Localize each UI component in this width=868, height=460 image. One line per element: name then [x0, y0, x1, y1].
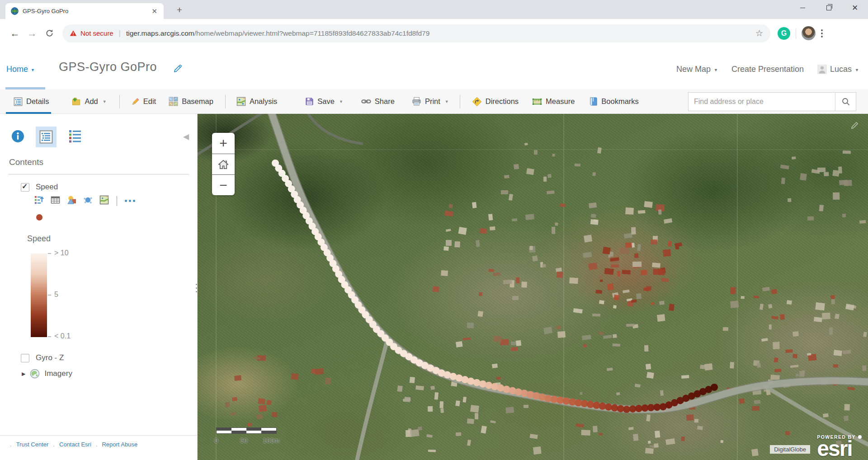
table-icon: [51, 195, 60, 205]
print-label: Print: [425, 97, 440, 106]
chevron-down-icon: ▼: [339, 99, 343, 104]
forward-button[interactable]: →: [24, 25, 41, 42]
browser-profile-avatar[interactable]: [802, 26, 816, 40]
map-viewport[interactable]: + − 0 50 100m DigitalGlobe POWERED BY es…: [198, 114, 868, 460]
user-name: Lucas: [830, 65, 852, 74]
analysis-button[interactable]: Analysis: [236, 97, 277, 106]
browser-tab[interactable]: GPS-Gyro GoPro ✕: [5, 3, 164, 19]
chevron-down-icon: ▼: [445, 99, 449, 104]
arcgis-globe-favicon-icon: [11, 7, 19, 15]
grammarly-extension-icon[interactable]: G: [778, 27, 790, 40]
map-buildings: [225, 143, 867, 456]
edit-button[interactable]: Edit: [131, 97, 156, 106]
tab-close-icon[interactable]: ✕: [151, 7, 158, 15]
more-options-button[interactable]: [125, 200, 135, 202]
directions-button[interactable]: Directions: [472, 97, 519, 107]
measure-button[interactable]: Measure: [532, 97, 575, 106]
reload-icon: [45, 29, 54, 38]
change-style-button[interactable]: [67, 195, 76, 207]
basemap-button[interactable]: Basemap: [169, 97, 213, 106]
create-presentation-label: Create Presentation: [731, 65, 804, 74]
search-input[interactable]: [689, 98, 835, 106]
layer-symbol-dot: [36, 214, 42, 221]
directions-icon: [472, 97, 482, 107]
user-menu[interactable]: Lucas ▼: [817, 65, 859, 74]
esri-brand-label: esri: [817, 440, 862, 458]
bookmark-star-icon[interactable]: ☆: [755, 28, 763, 38]
zoom-in-button[interactable]: +: [212, 133, 235, 154]
expand-arrow-icon[interactable]: ▶: [22, 371, 25, 377]
analysis-tile-icon: [99, 195, 109, 205]
new-map-menu[interactable]: New Map ▼: [676, 65, 718, 74]
home-menu[interactable]: Home ▼: [6, 65, 35, 74]
legend-label-mid: 5: [54, 291, 58, 299]
basemap-icon: [169, 97, 178, 106]
chevron-down-icon: ▼: [31, 68, 35, 72]
contact-esri-link[interactable]: Contact Esri: [59, 441, 91, 448]
trust-center-link[interactable]: Trust Center: [16, 441, 49, 448]
esri-logo-dot: [858, 435, 862, 439]
about-panel-button[interactable]: [12, 130, 24, 144]
create-presentation-button[interactable]: Create Presentation: [731, 65, 804, 74]
details-label: Details: [26, 97, 49, 106]
add-label: Add: [85, 97, 98, 106]
security-status[interactable]: Not secure: [80, 29, 113, 37]
window-minimize-button[interactable]: [789, 0, 816, 15]
show-table-button[interactable]: [51, 195, 60, 207]
save-label: Save: [317, 97, 335, 106]
legend-gradient: [31, 253, 47, 337]
add-layer-icon: [71, 97, 81, 106]
toolbar-separator: [225, 95, 226, 108]
print-button[interactable]: Print ▼: [412, 97, 449, 106]
chevron-down-icon: ▼: [855, 68, 859, 72]
share-button[interactable]: Share: [361, 97, 395, 106]
add-button[interactable]: Add ▼: [71, 97, 106, 106]
close-icon: ✕: [852, 4, 858, 12]
panel-resize-handle[interactable]: [196, 284, 197, 292]
layer-name: Imagery: [44, 369, 72, 378]
save-icon: [305, 97, 314, 106]
legend-title: Speed: [27, 234, 51, 244]
cluster-points-button[interactable]: [83, 195, 93, 207]
app-header: Home ▼ GPS-Gyro GoPro New Map ▼ Create P…: [0, 47, 868, 89]
tab-details[interactable]: Details: [14, 97, 49, 106]
save-button[interactable]: Save ▼: [305, 97, 343, 106]
layer-checkbox-speed[interactable]: [21, 183, 29, 192]
home-extent-button[interactable]: [212, 154, 235, 174]
contents-panel: ◀ Contents Speed: [0, 114, 198, 460]
zoom-out-button[interactable]: −: [212, 174, 235, 195]
reload-button[interactable]: [41, 25, 58, 42]
print-icon: [412, 97, 421, 106]
bookmarks-icon: [589, 97, 598, 106]
layer-tools: [34, 195, 135, 207]
browser-toolbar: ← → Not secure | tiger.maps.arcgis.com /…: [0, 19, 868, 48]
collapse-panel-arrow[interactable]: ◀: [183, 132, 189, 141]
restore-icon: [826, 5, 831, 10]
legend-panel-button[interactable]: [68, 129, 82, 145]
report-abuse-link[interactable]: Report Abuse: [102, 441, 137, 448]
imagery-globe-icon: [30, 369, 40, 379]
window-close-button[interactable]: ✕: [842, 0, 868, 15]
layer-row-gyro-z: Gyro - Z: [21, 353, 64, 362]
layer-checkbox-gyro-z[interactable]: [21, 354, 29, 362]
browser-titlebar: GPS-Gyro GoPro ✕ + ✕: [0, 0, 868, 19]
analysis-icon: [236, 97, 246, 106]
content-panel-button[interactable]: [36, 127, 57, 147]
modify-map-button[interactable]: [850, 121, 859, 131]
bookmarks-button[interactable]: Bookmarks: [589, 97, 639, 106]
search-button[interactable]: [835, 93, 856, 111]
chevron-down-icon: ▼: [103, 99, 107, 104]
hide-legend-button[interactable]: [34, 195, 44, 207]
home-icon: [217, 159, 229, 170]
new-tab-button[interactable]: +: [173, 4, 186, 16]
window-restore-button[interactable]: [816, 0, 842, 15]
back-button[interactable]: ←: [6, 25, 24, 42]
edit-title-button[interactable]: [173, 64, 183, 74]
address-bar[interactable]: Not secure | tiger.maps.arcgis.com /home…: [62, 24, 770, 42]
perform-analysis-button[interactable]: [99, 195, 109, 207]
map-pencil-icon: [850, 121, 859, 130]
new-map-label: New Map: [676, 65, 711, 74]
edit-pencil-icon: [131, 97, 140, 106]
browser-menu-icon[interactable]: [821, 29, 823, 38]
tab-title: GPS-Gyro GoPro: [23, 8, 151, 14]
